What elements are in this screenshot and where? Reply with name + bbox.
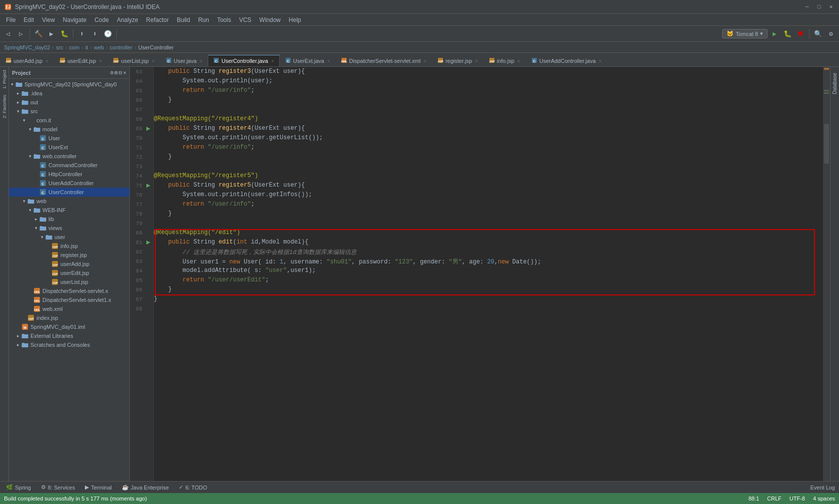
- tab-userext_java[interactable]: CUserExt.java×: [280, 55, 336, 66]
- tab-close-btn[interactable]: ×: [271, 58, 274, 64]
- tree-item-dispserv[interactable]: XMLDispatcherServlet-servlet.x: [9, 286, 129, 295]
- bottom-tab-8__services[interactable]: ⚙8: Services: [39, 483, 77, 492]
- tab-close-btn[interactable]: ×: [99, 58, 102, 64]
- menu-item-window[interactable]: Window: [255, 15, 285, 24]
- project-collapse-icon[interactable]: ⊟: [119, 69, 122, 76]
- bottom-tab-6__todo[interactable]: ✓6: TODO: [177, 483, 209, 492]
- tab-user_java[interactable]: CUser.java×: [160, 55, 208, 66]
- tab-dispatcherservlet_servlet_xml[interactable]: XMLDispatcherServlet-servlet.xml×: [336, 55, 432, 66]
- tab-close-btn[interactable]: ×: [599, 58, 602, 64]
- toolbar-history[interactable]: 🕐: [102, 28, 114, 40]
- close-button[interactable]: ✕: [827, 3, 835, 11]
- tab-close-btn[interactable]: ×: [517, 58, 520, 64]
- minimize-button[interactable]: ─: [803, 3, 811, 11]
- project-panel-tab[interactable]: 1: Project: [1, 67, 8, 92]
- tab-close-btn[interactable]: ×: [327, 58, 330, 64]
- tree-item-user[interactable]: CUser: [9, 134, 129, 143]
- tab-close-btn[interactable]: ×: [475, 58, 478, 64]
- menu-item-vcs[interactable]: VCS: [235, 15, 256, 24]
- tree-item-webctrl[interactable]: ▾web.controller: [9, 152, 129, 161]
- tree-item-springmvc[interactable]: ▾SpringMVC_day02 [SpringMVC_day0: [9, 80, 129, 89]
- menu-item-edit[interactable]: Edit: [19, 15, 38, 24]
- tree-item-useraddjsp[interactable]: JSPuserAdd.jsp: [9, 259, 129, 268]
- run-button[interactable]: ▶: [769, 28, 781, 40]
- tree-item-idea[interactable]: ▸.idea: [9, 89, 129, 98]
- breadcrumb-item-0[interactable]: SpringMVC_day02: [4, 44, 50, 50]
- code-editor[interactable]: 6364656667686970717273747576777879808182…: [130, 67, 830, 481]
- breadcrumb-item-3[interactable]: it: [85, 44, 88, 50]
- tree-item-userlistjsp[interactable]: JSPuserList.jsp: [9, 277, 129, 286]
- breadcrumb-item-2[interactable]: com: [69, 44, 79, 50]
- tree-item-webinf[interactable]: ▾WEB-INF: [9, 206, 129, 215]
- tree-item-useraddctrl[interactable]: CUserAddController: [9, 179, 129, 188]
- tree-item-webxml[interactable]: XMLweb.xml: [9, 304, 129, 313]
- tab-useredit_jsp[interactable]: JSPuserEdit.jsp×: [54, 55, 107, 66]
- tree-item-iml[interactable]: MSpringMVC_day01.iml: [9, 322, 129, 331]
- breadcrumb-item-6[interactable]: UserController: [138, 44, 174, 50]
- maximize-button[interactable]: □: [815, 3, 823, 11]
- tab-useradd_jsp[interactable]: JSPuserAdd.jsp×: [0, 55, 54, 66]
- menu-item-run[interactable]: Run: [194, 15, 213, 24]
- menu-item-view[interactable]: View: [38, 15, 59, 24]
- toolbar-vcs[interactable]: ⬆: [76, 28, 88, 40]
- tab-register_jsp[interactable]: JSPregister.jsp×: [432, 55, 483, 66]
- tab-close-btn[interactable]: ×: [200, 58, 203, 64]
- tree-item-userctrl[interactable]: CUserController: [9, 188, 129, 197]
- project-settings-icon[interactable]: ⚙: [110, 69, 114, 76]
- debug-button[interactable]: 🐛: [782, 28, 794, 40]
- code-content[interactable]: public String register3(UserExt user){ S…: [154, 67, 823, 481]
- toolbar-build[interactable]: 🔨: [32, 28, 44, 40]
- tomcat-run-config[interactable]: 🐱 Tomcat 8 ▾: [722, 29, 768, 38]
- tree-item-userdir[interactable]: ▾user: [9, 233, 129, 242]
- tree-item-out[interactable]: ▸out: [9, 98, 129, 107]
- menu-item-refactor[interactable]: Refactor: [142, 15, 173, 24]
- tree-item-httpctrl[interactable]: CHttpController: [9, 170, 129, 179]
- event-log-btn[interactable]: Event Log: [810, 485, 835, 491]
- tree-item-scratches[interactable]: ▸Scratches and Consoles: [9, 340, 129, 349]
- tab-userlist_jsp[interactable]: JSPuserList.jsp×: [107, 55, 160, 66]
- tab-close-btn[interactable]: ×: [45, 58, 48, 64]
- tree-item-comit[interactable]: ▾com.it: [9, 116, 129, 125]
- tab-info_jsp[interactable]: JSPinfo.jsp×: [483, 55, 526, 66]
- scrollbar-track[interactable]: [823, 67, 830, 481]
- tree-item-registerjsp[interactable]: JSPregister.jsp: [9, 251, 129, 259]
- tree-item-lib[interactable]: ▸lib: [9, 215, 129, 224]
- project-close-icon[interactable]: ✕: [123, 69, 126, 76]
- tree-item-userext[interactable]: CUserExt: [9, 143, 129, 152]
- tree-item-web[interactable]: ▾web: [9, 197, 129, 206]
- menu-item-tools[interactable]: Tools: [213, 15, 235, 24]
- bottom-tab-terminal[interactable]: ▶Terminal: [83, 483, 114, 492]
- tree-item-extlib[interactable]: ▸External Libraries: [9, 331, 129, 340]
- menu-item-analyze[interactable]: Analyze: [113, 15, 142, 24]
- project-expand-icon[interactable]: ⊞: [114, 69, 118, 76]
- tree-item-indexjsp[interactable]: JSPindex.jsp: [9, 313, 129, 322]
- stop-button[interactable]: ⏹: [795, 28, 807, 40]
- menu-item-code[interactable]: Code: [90, 15, 113, 24]
- tree-item-commandctrl[interactable]: CCommandController: [9, 161, 129, 170]
- tab-usercontroller_java[interactable]: CUserController.java×: [208, 55, 279, 66]
- tree-item-views[interactable]: ▾views: [9, 224, 129, 233]
- toolbar-forward[interactable]: ▷: [15, 28, 27, 40]
- tab-useraddcontroller_java[interactable]: CUserAddController.java×: [526, 55, 607, 66]
- breadcrumb-item-1[interactable]: src: [56, 44, 63, 50]
- toolbar-back[interactable]: ◁: [2, 28, 14, 40]
- toolbar-search[interactable]: 🔍: [812, 28, 824, 40]
- tree-item-dispserv1[interactable]: XMLDispatcherServlet-servlet1.x: [9, 295, 129, 304]
- tab-close-btn[interactable]: ×: [423, 58, 426, 64]
- toolbar-debug[interactable]: 🐛: [58, 28, 70, 40]
- tree-item-infojsp[interactable]: JSPinfo.jsp: [9, 242, 129, 251]
- toolbar-settings[interactable]: ⚙: [825, 28, 837, 40]
- menu-item-navigate[interactable]: Navigate: [59, 15, 90, 24]
- toolbar-update[interactable]: ⬇: [89, 28, 101, 40]
- breadcrumb-item-5[interactable]: controller: [110, 44, 132, 50]
- toolbar-run[interactable]: ▶: [45, 28, 57, 40]
- menu-item-build[interactable]: Build: [173, 15, 194, 24]
- breadcrumb-item-4[interactable]: web: [94, 44, 104, 50]
- tab-close-btn[interactable]: ×: [152, 58, 155, 64]
- menu-item-file[interactable]: File: [2, 15, 19, 24]
- favorites-panel-tab[interactable]: 2: Favorites: [1, 92, 8, 121]
- bottom-tab-java_enterprise[interactable]: ☕Java Enterprise: [120, 483, 171, 492]
- tree-item-src[interactable]: ▾src: [9, 107, 129, 116]
- tree-item-model[interactable]: ▾model: [9, 125, 129, 134]
- bottom-tab-spring[interactable]: 🌿Spring: [4, 483, 33, 492]
